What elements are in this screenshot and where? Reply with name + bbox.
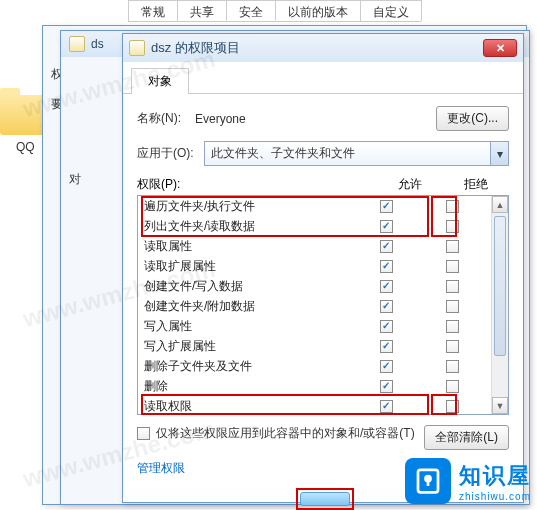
deny-header: 拒绝 [443,176,509,193]
highlight-box [296,488,354,510]
allow-checkbox[interactable] [380,380,393,393]
folder-small-icon [69,36,85,52]
principal-name: Everyone [191,110,426,128]
window-title-text: ds [91,37,104,51]
permission-label: 写入属性 [144,318,353,335]
allow-checkbox[interactable] [380,260,393,273]
window-permission-entry: dsz 的权限项目 ✕ 对象 名称(N): Everyone 更改(C)... … [122,33,524,503]
permission-row: 写入属性 [138,316,491,336]
deny-checkbox[interactable] [446,380,459,393]
permissions-list: 遍历文件夹/执行文件列出文件夹/读取数据读取属性读取扩展属性创建文件/写入数据创… [137,195,509,415]
allow-checkbox[interactable] [380,340,393,353]
permission-row: 创建文件/写入数据 [138,276,491,296]
permission-row: 列出文件夹/读取数据 [138,216,491,236]
scroll-thumb[interactable] [494,216,506,356]
deny-checkbox[interactable] [446,240,459,253]
allow-checkbox[interactable] [380,320,393,333]
permission-label: 读取属性 [144,238,353,255]
brand-name-en: zhishiwu.com [459,491,531,502]
tab-security[interactable]: 安全 [226,0,276,21]
apply-to-select[interactable]: 此文件夹、子文件夹和文件 ▾ [204,141,509,166]
deny-checkbox[interactable] [446,220,459,233]
permission-label: 读取扩展属性 [144,258,353,275]
scroll-up-icon[interactable]: ▲ [492,196,508,213]
allow-checkbox[interactable] [380,220,393,233]
permission-row: 写入扩展属性 [138,336,491,356]
close-button[interactable]: ✕ [483,39,517,57]
permission-label: 创建文件夹/附加数据 [144,298,353,315]
permission-label: 删除 [144,378,353,395]
permission-row: 删除 [138,376,491,396]
permission-label: 写入扩展属性 [144,338,353,355]
clear-all-button[interactable]: 全部清除(L) [424,425,509,450]
brand-icon [405,458,451,504]
folder-label: QQ [16,140,35,154]
permission-label: 读取权限 [144,398,353,415]
deny-checkbox[interactable] [446,320,459,333]
ok-button[interactable] [300,492,350,506]
deny-checkbox[interactable] [446,340,459,353]
deny-checkbox[interactable] [446,400,459,413]
brand-name-cn: 知识屋 [459,461,531,491]
only-apply-checkbox[interactable] [137,427,150,440]
permission-row: 删除子文件夹及文件 [138,356,491,376]
permissions-label: 权限(P): [137,176,377,193]
allow-checkbox[interactable] [380,400,393,413]
properties-tabs: 常规 共享 安全 以前的版本 自定义 [128,0,421,22]
titlebar[interactable]: dsz 的权限项目 ✕ [123,34,523,62]
allow-checkbox[interactable] [380,200,393,213]
tab-sharing[interactable]: 共享 [177,0,227,21]
permission-row: 读取属性 [138,236,491,256]
deny-checkbox[interactable] [446,360,459,373]
document-icon [129,40,145,56]
only-apply-label: 仅将这些权限应用到此容器中的对象和/或容器(T) [156,425,418,442]
scrollbar[interactable]: ▲ ▼ [491,196,508,414]
folder-icon[interactable] [0,95,45,135]
permission-row: 读取扩展属性 [138,256,491,276]
dialog-tabs: 对象 [123,62,523,94]
allow-checkbox[interactable] [380,300,393,313]
allow-header: 允许 [377,176,443,193]
close-icon: ✕ [496,42,505,55]
deny-checkbox[interactable] [446,260,459,273]
scroll-down-icon[interactable]: ▼ [492,397,508,414]
apply-to-value: 此文件夹、子文件夹和文件 [204,141,509,166]
tab-customize[interactable]: 自定义 [360,0,422,21]
deny-checkbox[interactable] [446,280,459,293]
chevron-down-icon[interactable]: ▾ [490,142,508,165]
permission-row: 读取权限 [138,396,491,414]
tab-object[interactable]: 对象 [131,68,189,94]
allow-checkbox[interactable] [380,360,393,373]
truncated-label: 对 [69,171,81,188]
deny-checkbox[interactable] [446,200,459,213]
permission-label: 列出文件夹/读取数据 [144,218,353,235]
svg-point-1 [425,476,430,481]
permission-label: 遍历文件夹/执行文件 [144,198,353,215]
permission-label: 创建文件/写入数据 [144,278,353,295]
permission-row: 创建文件夹/附加数据 [138,296,491,316]
tab-previous-versions[interactable]: 以前的版本 [275,0,361,21]
name-label: 名称(N): [137,110,181,127]
manage-permissions-link[interactable]: 管理权限 [137,460,185,477]
allow-checkbox[interactable] [380,280,393,293]
allow-checkbox[interactable] [380,240,393,253]
permission-row: 遍历文件夹/执行文件 [138,196,491,216]
change-button[interactable]: 更改(C)... [436,106,509,131]
deny-checkbox[interactable] [446,300,459,313]
tab-general[interactable]: 常规 [128,0,178,21]
apply-to-label: 应用于(O): [137,145,194,162]
window-title: dsz 的权限项目 [151,39,240,57]
brand-logo: 知识屋 zhishiwu.com [405,458,531,504]
dialog-body: 名称(N): Everyone 更改(C)... 应用于(O): 此文件夹、子文… [123,94,523,489]
permission-label: 删除子文件夹及文件 [144,358,353,375]
